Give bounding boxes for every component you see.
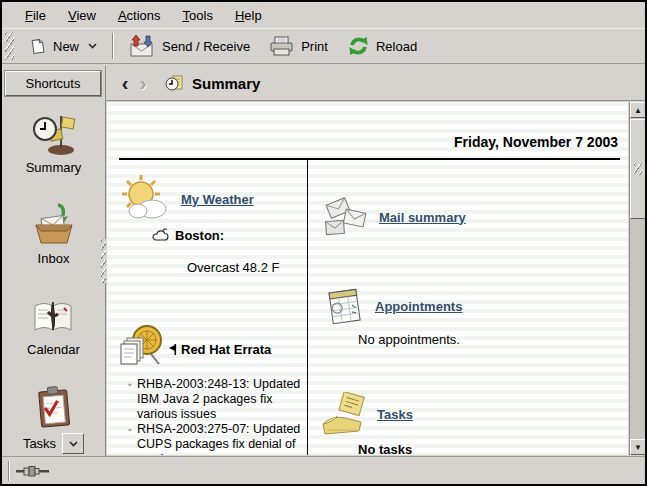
errata-item[interactable]: RHBA-2003:248-13: Updated IBM Java 2 pac…	[128, 377, 306, 422]
print-button-label: Print	[301, 39, 328, 54]
send-receive-label: Send / Receive	[162, 39, 250, 54]
summary-view: Friday, November 7 2003	[106, 101, 645, 456]
tasks-icon	[33, 385, 75, 429]
sidebar-item-label: Calendar	[27, 342, 80, 357]
sidebar-item-summary[interactable]: Summary	[2, 112, 105, 175]
weather-icon	[119, 174, 171, 224]
inbox-icon	[31, 203, 77, 247]
errata-list: RHBA-2003:248-13: Updated IBM Java 2 pac…	[128, 377, 306, 455]
send-receive-icon	[129, 35, 155, 57]
my-weather-link[interactable]: My Weather	[181, 192, 254, 207]
weather-location-row: Boston:	[151, 228, 224, 243]
tasks-notes-icon	[319, 392, 367, 436]
reload-button[interactable]: Reload	[338, 31, 427, 61]
errata-flag-icon	[169, 344, 177, 355]
online-status-icon[interactable]	[16, 465, 50, 477]
appointments-section-header: Appointments	[325, 286, 462, 326]
chevron-down-icon	[69, 441, 78, 447]
vertical-scrollbar[interactable]: ▲ ▼	[629, 102, 645, 455]
new-button[interactable]: New	[19, 33, 107, 60]
shortcuts-sidebar: Shortcuts Summary	[2, 66, 106, 456]
forward-button[interactable]: ›	[134, 74, 152, 92]
toolbar-grip[interactable]	[5, 32, 14, 60]
weather-location: Boston:	[175, 228, 224, 243]
sidebar-item-inbox[interactable]: Inbox	[2, 203, 105, 266]
sidebar-overflow-button[interactable]	[62, 433, 84, 454]
send-receive-button[interactable]: Send / Receive	[119, 30, 260, 62]
chevron-down-icon	[88, 43, 97, 49]
new-document-icon	[29, 38, 46, 55]
news-feed-icon	[117, 324, 165, 374]
print-button[interactable]: Print	[260, 31, 338, 61]
column-divider	[307, 160, 308, 455]
menu-view[interactable]: View	[57, 5, 107, 26]
summary-right-column: Mail summary	[319, 102, 626, 455]
folder-title: Summary	[192, 75, 260, 92]
statusbar-separator	[8, 461, 10, 481]
menu-bar: File View Actions Tools Help	[2, 2, 645, 28]
sidebar-item-label: Inbox	[38, 251, 70, 266]
shortcuts-group-button[interactable]: Shortcuts	[5, 71, 101, 96]
summary-icon	[31, 112, 77, 156]
evolution-window: File View Actions Tools Help New	[0, 0, 647, 486]
appointments-empty-text: No appointments.	[358, 332, 460, 347]
scroll-down-button[interactable]: ▼	[630, 439, 646, 455]
toolbar-separator	[112, 33, 114, 59]
tasks-link[interactable]: Tasks	[377, 407, 413, 422]
summary-content: Friday, November 7 2003	[107, 102, 628, 455]
mail-summary-icon	[321, 194, 369, 240]
sidebar-item-label: Tasks	[23, 436, 56, 451]
menu-tools[interactable]: Tools	[172, 5, 224, 26]
reload-icon	[348, 36, 369, 56]
summary-left-column: My Weather Boston: Overcast 48.2	[117, 102, 307, 455]
errata-item[interactable]: RHSA-2003:275-07: Updated CUPS packages …	[128, 422, 306, 455]
tasks-empty-text: No tasks	[358, 442, 412, 455]
appointments-icon	[325, 286, 365, 326]
main-area: Shortcuts Summary	[2, 66, 645, 456]
sidebar-item-label: Summary	[26, 160, 82, 175]
errata-section-header: Red Hat Errata	[117, 324, 271, 374]
menu-actions[interactable]: Actions	[107, 5, 172, 26]
calendar-icon	[31, 294, 77, 338]
errata-title: Red Hat Errata	[181, 342, 271, 357]
sidebar-item-calendar[interactable]: Calendar	[2, 294, 105, 357]
mail-summary-link[interactable]: Mail summary	[379, 210, 466, 225]
weather-section-header: My Weather	[119, 174, 254, 224]
back-button[interactable]: ‹	[116, 74, 134, 92]
new-button-label: New	[53, 39, 79, 54]
folder-title-bar: ‹ › Summary	[106, 66, 645, 101]
sidebar-item-tasks[interactable]: Tasks	[2, 385, 105, 454]
scrollbar-thumb[interactable]	[630, 119, 646, 219]
mail-section-header: Mail summary	[321, 194, 466, 240]
appointments-link[interactable]: Appointments	[375, 299, 462, 314]
reload-button-label: Reload	[376, 39, 417, 54]
scrollbar-grip	[634, 163, 642, 175]
cloud-icon	[151, 228, 169, 243]
printer-icon	[270, 36, 294, 56]
scroll-up-button[interactable]: ▲	[630, 102, 646, 118]
status-bar	[2, 456, 645, 484]
menu-help[interactable]: Help	[224, 5, 273, 26]
tasks-section-header: Tasks	[319, 392, 413, 436]
toolbar: New Send / Receive	[2, 28, 645, 64]
weather-condition: Overcast 48.2 F	[187, 260, 279, 275]
menu-file[interactable]: File	[14, 5, 57, 26]
folder-pane: ‹ › Summary Friday, November 7 2003	[106, 66, 645, 456]
summary-folder-icon	[164, 73, 184, 93]
